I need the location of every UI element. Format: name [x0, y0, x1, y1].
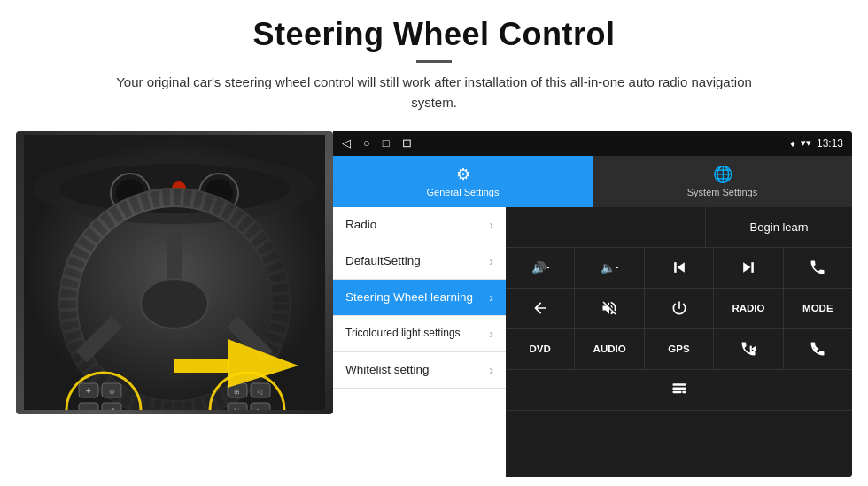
svg-marker-43: [815, 346, 819, 352]
menu-default-chevron: ›: [489, 254, 493, 268]
list-button[interactable]: [506, 370, 852, 410]
menu-item-default[interactable]: DefaultSetting ›: [333, 243, 506, 280]
svg-rect-45: [672, 388, 686, 390]
screenshot-nav-icon[interactable]: ⊡: [402, 136, 412, 150]
phone-next-button[interactable]: [784, 329, 852, 369]
ctrl-row-5: [506, 370, 852, 411]
tab-general-label: General Settings: [427, 187, 500, 197]
settings-area: Radio › DefaultSetting › Steering Wheel …: [333, 207, 852, 478]
svg-text:🔊+: 🔊+: [531, 260, 549, 275]
prev-track-button[interactable]: [645, 248, 714, 288]
tab-general-settings[interactable]: ⚙ General Settings: [333, 156, 593, 207]
ctrl-empty-cell: [506, 207, 706, 247]
tab-system-label: System Settings: [687, 187, 757, 197]
mute-button[interactable]: [575, 289, 644, 328]
home-nav-icon[interactable]: ○: [363, 136, 370, 150]
svg-text:◁: ◁: [257, 388, 263, 396]
location-icon: ♦: [790, 138, 795, 149]
vol-down-button[interactable]: 🔈−: [575, 248, 644, 288]
gps-button[interactable]: GPS: [645, 329, 714, 369]
svg-text:▷: ▷: [257, 407, 263, 410]
ctrl-row-2: 🔊+ 🔈−: [506, 248, 852, 289]
power-button[interactable]: [645, 289, 714, 328]
menu-item-steering[interactable]: Steering Wheel learning ›: [333, 280, 506, 316]
status-bar-nav-icons: ◁ ○ □ ⊡: [342, 136, 412, 150]
svg-text:↺: ↺: [109, 407, 115, 410]
ui-panel: ◁ ○ □ ⊡ ♦ ▾▾ 13:13 ⚙ General Settings: [333, 131, 852, 478]
status-bar: ◁ ○ □ ⊡ ♦ ▾▾ 13:13: [333, 131, 852, 156]
back-nav-icon[interactable]: ◁: [342, 136, 351, 150]
gps-label: GPS: [668, 343, 689, 354]
svg-marker-38: [743, 262, 750, 273]
svg-rect-46: [672, 391, 681, 394]
tab-bar: ⚙ General Settings 🌐 System Settings: [333, 156, 852, 207]
svg-rect-44: [672, 383, 686, 386]
general-settings-icon: ⚙: [456, 165, 470, 184]
svg-rect-33: [174, 359, 229, 373]
next-track-button[interactable]: [714, 248, 783, 288]
svg-point-13: [141, 279, 208, 328]
menu-steering-chevron: ›: [489, 290, 493, 305]
subtitle: Your original car's steering wheel contr…: [106, 72, 762, 113]
recents-nav-icon[interactable]: □: [383, 136, 390, 150]
mode-label: MODE: [802, 303, 833, 313]
begin-learn-button[interactable]: Begin learn: [706, 207, 852, 247]
menu-tricoloured-label: Tricoloured light settings: [345, 327, 461, 341]
ctrl-row-3: RADIO MODE: [506, 289, 852, 329]
vol-up-button[interactable]: 🔊+: [506, 248, 575, 288]
menu-radio-chevron: ›: [489, 218, 493, 232]
system-settings-icon: 🌐: [713, 165, 732, 184]
page-title: Steering Wheel Control: [35, 16, 833, 53]
phone-button[interactable]: [784, 248, 852, 288]
menu-item-whitelist[interactable]: Whitelist setting ›: [333, 352, 506, 389]
steering-wheel-image: + ⊛ − ↺ ⊞ ◁ ↻ ▷: [16, 131, 333, 414]
status-bar-info: ♦ ▾▾ 13:13: [790, 137, 843, 150]
menu-item-radio[interactable]: Radio ›: [333, 207, 506, 243]
menu-list: Radio › DefaultSetting › Steering Wheel …: [333, 207, 506, 478]
ctrl-row-1: Begin learn: [506, 207, 852, 248]
svg-text:+: +: [86, 386, 91, 396]
menu-whitelist-label: Whitelist setting: [345, 363, 430, 376]
dvd-button[interactable]: DVD: [506, 329, 575, 369]
svg-text:🔈−: 🔈−: [601, 260, 618, 275]
controls-area: Begin learn 🔊+ 🔈−: [506, 207, 852, 478]
menu-default-label: DefaultSetting: [345, 254, 421, 267]
audio-button[interactable]: AUDIO: [575, 329, 644, 369]
svg-rect-37: [674, 262, 677, 273]
wifi-icon: ▾▾: [801, 137, 811, 149]
svg-text:⊛: ⊛: [109, 388, 115, 396]
radio-button[interactable]: RADIO: [714, 289, 783, 328]
tab-system-settings[interactable]: 🌐 System Settings: [593, 156, 852, 207]
menu-steering-label: Steering Wheel learning: [345, 290, 473, 304]
phone-prev-button[interactable]: [714, 329, 783, 369]
back-button[interactable]: [506, 289, 575, 328]
svg-marker-41: [751, 346, 756, 352]
radio-label: RADIO: [732, 303, 764, 313]
title-divider: [416, 60, 452, 63]
svg-text:↻: ↻: [234, 407, 240, 410]
dvd-label: DVD: [530, 343, 551, 354]
menu-radio-label: Radio: [345, 218, 376, 231]
menu-whitelist-chevron: ›: [489, 363, 493, 377]
ctrl-row-4: DVD AUDIO GPS: [506, 329, 852, 370]
status-time: 13:13: [817, 137, 843, 150]
svg-text:−: −: [86, 405, 91, 410]
svg-rect-39: [751, 262, 754, 273]
svg-marker-36: [677, 262, 684, 273]
audio-label: AUDIO: [593, 343, 626, 354]
svg-text:⊞: ⊞: [234, 388, 240, 396]
menu-item-tricoloured[interactable]: Tricoloured light settings ›: [333, 316, 506, 352]
menu-tricoloured-chevron: ›: [489, 327, 493, 341]
svg-rect-47: [682, 391, 686, 394]
mode-button[interactable]: MODE: [784, 289, 852, 328]
